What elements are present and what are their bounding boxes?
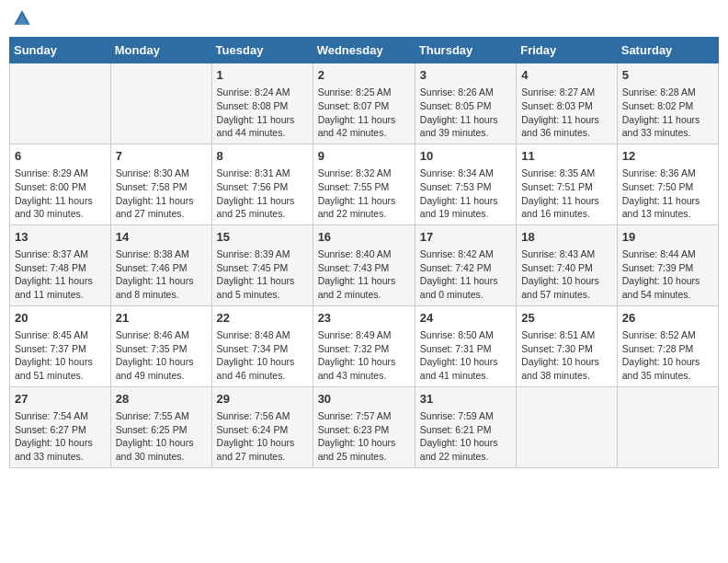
day-number: 28 — [116, 391, 207, 408]
day-number: 5 — [622, 67, 713, 84]
cell-content: Sunrise: 8:35 AM Sunset: 7:51 PM Dayligh… — [521, 167, 612, 221]
calendar-cell: 23Sunrise: 8:49 AM Sunset: 7:32 PM Dayli… — [313, 305, 415, 386]
day-number: 14 — [116, 229, 207, 246]
cell-content: Sunrise: 8:50 AM Sunset: 7:31 PM Dayligh… — [420, 328, 511, 383]
calendar-week-row: 13Sunrise: 8:37 AM Sunset: 7:48 PM Dayli… — [10, 224, 719, 305]
calendar-cell: 10Sunrise: 8:34 AM Sunset: 7:53 PM Dayli… — [415, 144, 516, 224]
day-number: 7 — [116, 148, 207, 165]
cell-content: Sunrise: 8:48 AM Sunset: 7:34 PM Dayligh… — [217, 328, 308, 383]
cell-content: Sunrise: 8:46 AM Sunset: 7:35 PM Dayligh… — [116, 328, 207, 383]
calendar-cell: 8Sunrise: 8:31 AM Sunset: 7:56 PM Daylig… — [211, 144, 313, 224]
calendar-cell — [10, 63, 111, 144]
col-header-sunday: Sunday — [10, 38, 111, 63]
cell-content: Sunrise: 8:25 AM Sunset: 8:07 PM Dayligh… — [318, 86, 410, 140]
day-number: 30 — [318, 391, 410, 408]
day-number: 21 — [116, 310, 207, 327]
day-number: 4 — [521, 67, 612, 84]
calendar-cell — [517, 386, 618, 467]
day-number: 9 — [318, 148, 410, 165]
day-number: 1 — [217, 67, 308, 84]
logo — [13, 9, 33, 31]
page-header — [9, 9, 719, 31]
day-number: 18 — [521, 229, 612, 246]
calendar-cell: 13Sunrise: 8:37 AM Sunset: 7:48 PM Dayli… — [10, 224, 111, 305]
calendar-cell: 29Sunrise: 7:56 AM Sunset: 6:24 PM Dayli… — [211, 386, 313, 467]
calendar-cell: 7Sunrise: 8:30 AM Sunset: 7:58 PM Daylig… — [110, 144, 211, 224]
cell-content: Sunrise: 8:31 AM Sunset: 7:56 PM Dayligh… — [217, 167, 308, 221]
cell-content: Sunrise: 8:36 AM Sunset: 7:50 PM Dayligh… — [622, 167, 713, 221]
cell-content: Sunrise: 8:37 AM Sunset: 7:48 PM Dayligh… — [15, 247, 106, 302]
cell-content: Sunrise: 8:24 AM Sunset: 8:08 PM Dayligh… — [217, 86, 308, 140]
calendar-cell: 5Sunrise: 8:28 AM Sunset: 8:02 PM Daylig… — [617, 63, 718, 144]
day-number: 15 — [217, 229, 308, 246]
day-number: 25 — [521, 310, 612, 327]
cell-content: Sunrise: 7:56 AM Sunset: 6:24 PM Dayligh… — [217, 409, 308, 464]
calendar-cell: 6Sunrise: 8:29 AM Sunset: 8:00 PM Daylig… — [10, 144, 111, 224]
calendar-cell: 28Sunrise: 7:55 AM Sunset: 6:25 PM Dayli… — [110, 386, 211, 467]
day-number: 11 — [521, 148, 612, 165]
col-header-friday: Friday — [517, 38, 618, 63]
day-number: 8 — [217, 148, 308, 165]
cell-content: Sunrise: 8:44 AM Sunset: 7:39 PM Dayligh… — [622, 247, 713, 302]
cell-content: Sunrise: 7:57 AM Sunset: 6:23 PM Dayligh… — [318, 409, 410, 464]
calendar-cell: 3Sunrise: 8:26 AM Sunset: 8:05 PM Daylig… — [415, 63, 516, 144]
calendar-cell — [617, 386, 718, 467]
cell-content: Sunrise: 7:59 AM Sunset: 6:21 PM Dayligh… — [420, 409, 511, 464]
calendar-cell: 20Sunrise: 8:45 AM Sunset: 7:37 PM Dayli… — [10, 305, 111, 386]
cell-content: Sunrise: 8:28 AM Sunset: 8:02 PM Dayligh… — [622, 86, 713, 140]
day-number: 13 — [15, 229, 106, 246]
cell-content: Sunrise: 8:45 AM Sunset: 7:37 PM Dayligh… — [15, 328, 106, 383]
calendar-cell: 22Sunrise: 8:48 AM Sunset: 7:34 PM Dayli… — [211, 305, 313, 386]
calendar-cell: 1Sunrise: 8:24 AM Sunset: 8:08 PM Daylig… — [211, 63, 313, 144]
calendar-cell: 18Sunrise: 8:43 AM Sunset: 7:40 PM Dayli… — [517, 224, 618, 305]
calendar-cell: 27Sunrise: 7:54 AM Sunset: 6:27 PM Dayli… — [10, 386, 111, 467]
calendar-cell: 24Sunrise: 8:50 AM Sunset: 7:31 PM Dayli… — [415, 305, 516, 386]
day-number: 16 — [318, 229, 410, 246]
calendar-cell: 17Sunrise: 8:42 AM Sunset: 7:42 PM Dayli… — [415, 224, 516, 305]
cell-content: Sunrise: 8:42 AM Sunset: 7:42 PM Dayligh… — [420, 247, 511, 302]
cell-content: Sunrise: 8:40 AM Sunset: 7:43 PM Dayligh… — [318, 247, 410, 302]
day-number: 27 — [15, 391, 106, 408]
calendar-week-row: 20Sunrise: 8:45 AM Sunset: 7:37 PM Dayli… — [10, 305, 719, 386]
col-header-wednesday: Wednesday — [313, 38, 415, 63]
col-header-tuesday: Tuesday — [211, 38, 313, 63]
day-number: 31 — [420, 391, 511, 408]
col-header-saturday: Saturday — [617, 38, 718, 63]
calendar-cell: 16Sunrise: 8:40 AM Sunset: 7:43 PM Dayli… — [313, 224, 415, 305]
cell-content: Sunrise: 8:29 AM Sunset: 8:00 PM Dayligh… — [15, 167, 106, 221]
calendar-cell: 12Sunrise: 8:36 AM Sunset: 7:50 PM Dayli… — [617, 144, 718, 224]
cell-content: Sunrise: 8:52 AM Sunset: 7:28 PM Dayligh… — [622, 328, 713, 383]
calendar-week-row: 27Sunrise: 7:54 AM Sunset: 6:27 PM Dayli… — [10, 386, 719, 467]
calendar-cell — [110, 63, 211, 144]
calendar-cell: 21Sunrise: 8:46 AM Sunset: 7:35 PM Dayli… — [110, 305, 211, 386]
calendar-table: SundayMondayTuesdayWednesdayThursdayFrid… — [9, 37, 719, 468]
cell-content: Sunrise: 8:51 AM Sunset: 7:30 PM Dayligh… — [521, 328, 612, 383]
calendar-cell: 26Sunrise: 8:52 AM Sunset: 7:28 PM Dayli… — [617, 305, 718, 386]
calendar-header-row: SundayMondayTuesdayWednesdayThursdayFrid… — [10, 38, 719, 63]
day-number: 3 — [420, 67, 511, 84]
day-number: 23 — [318, 310, 410, 327]
cell-content: Sunrise: 8:38 AM Sunset: 7:46 PM Dayligh… — [116, 247, 207, 302]
day-number: 29 — [217, 391, 308, 408]
cell-content: Sunrise: 8:30 AM Sunset: 7:58 PM Dayligh… — [116, 167, 207, 221]
calendar-cell: 9Sunrise: 8:32 AM Sunset: 7:55 PM Daylig… — [313, 144, 415, 224]
cell-content: Sunrise: 8:26 AM Sunset: 8:05 PM Dayligh… — [420, 86, 511, 140]
calendar-cell: 30Sunrise: 7:57 AM Sunset: 6:23 PM Dayli… — [313, 386, 415, 467]
cell-content: Sunrise: 8:43 AM Sunset: 7:40 PM Dayligh… — [521, 247, 612, 302]
cell-content: Sunrise: 8:34 AM Sunset: 7:53 PM Dayligh… — [420, 167, 511, 221]
cell-content: Sunrise: 7:55 AM Sunset: 6:25 PM Dayligh… — [116, 409, 207, 464]
day-number: 12 — [622, 148, 713, 165]
calendar-cell: 11Sunrise: 8:35 AM Sunset: 7:51 PM Dayli… — [517, 144, 618, 224]
day-number: 24 — [420, 310, 511, 327]
calendar-cell: 4Sunrise: 8:27 AM Sunset: 8:03 PM Daylig… — [517, 63, 618, 144]
day-number: 6 — [15, 148, 106, 165]
day-number: 22 — [217, 310, 308, 327]
day-number: 2 — [318, 67, 410, 84]
calendar-cell: 2Sunrise: 8:25 AM Sunset: 8:07 PM Daylig… — [313, 63, 415, 144]
cell-content: Sunrise: 8:39 AM Sunset: 7:45 PM Dayligh… — [217, 247, 308, 302]
day-number: 19 — [622, 229, 713, 246]
cell-content: Sunrise: 8:32 AM Sunset: 7:55 PM Dayligh… — [318, 167, 410, 221]
day-number: 20 — [15, 310, 106, 327]
col-header-monday: Monday — [110, 38, 211, 63]
calendar-cell: 25Sunrise: 8:51 AM Sunset: 7:30 PM Dayli… — [517, 305, 618, 386]
